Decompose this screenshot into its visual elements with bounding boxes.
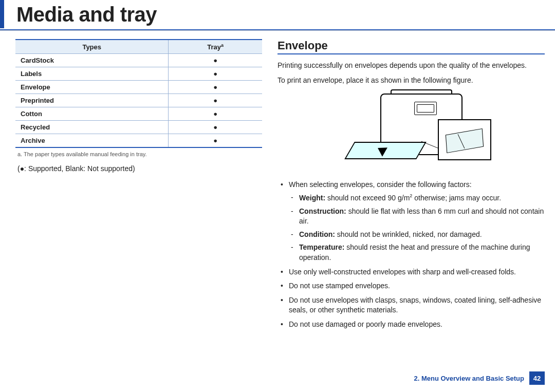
table-row: CardStock●: [15, 54, 262, 67]
title-underline: [0, 29, 555, 31]
table-row: Envelope●: [15, 81, 262, 94]
type-name: Archive: [15, 134, 169, 148]
table-row: Labels●: [15, 67, 262, 81]
table-row: Preprinted●: [15, 94, 262, 107]
type-name: Labels: [15, 67, 169, 81]
list-item: Do not use damaged or poorly made envelo…: [280, 320, 545, 330]
type-name: CardStock: [15, 54, 169, 67]
printer-control-panel-icon: [414, 102, 437, 115]
type-mark: ●: [169, 67, 262, 81]
envelope-orientation-inset: [438, 119, 491, 160]
paragraph: To print an envelope, place it as shown …: [278, 76, 545, 85]
type-mark: ●: [169, 54, 262, 67]
media-types-table: Types Traya CardStock● Labels● Envelope●…: [15, 39, 262, 148]
table-row: Cotton●: [15, 107, 262, 121]
right-column: Envelope Printing successfully on envelo…: [278, 39, 545, 334]
factor-label: Construction:: [299, 207, 346, 215]
list-item: Construction: should lie flat with less …: [291, 207, 545, 227]
chapter-label: 2. Menu Overview and Basic Setup: [414, 375, 524, 382]
left-column: Types Traya CardStock● Labels● Envelope●…: [15, 39, 262, 334]
factor-text: should not exceed 90 g/m: [325, 194, 410, 202]
page-footer: 2. Menu Overview and Basic Setup 42: [414, 371, 545, 385]
tray-header-text: Tray: [207, 43, 221, 51]
table-legend: (●: Supported, Blank: Not supported): [17, 164, 262, 173]
list-item: Temperature: should resist the heat and …: [291, 242, 545, 263]
factor-label: Temperature:: [299, 243, 344, 251]
table-header-types: Types: [15, 40, 169, 54]
list-text: When selecting envelopes, consider the f…: [289, 180, 472, 189]
factor-label: Condition:: [299, 230, 335, 238]
type-mark: ●: [169, 121, 262, 134]
section-heading-envelope: Envelope: [278, 39, 545, 54]
list-item: Use only well-constructed envelopes with…: [280, 267, 545, 277]
type-mark: ●: [169, 107, 262, 121]
envelope-guidelines-list: When selecting envelopes, consider the f…: [280, 180, 545, 330]
page-number: 42: [529, 371, 545, 385]
table-footnote: a. The paper types available manual feed…: [17, 151, 262, 157]
printer-envelope-figure: [329, 90, 493, 173]
list-item: Condition: should not be wrinkled, nicke…: [291, 230, 545, 240]
envelope-icon: [446, 128, 484, 153]
table-row: Archive●: [15, 134, 262, 148]
page-title: Media and tray: [0, 0, 555, 28]
tray-header-sup: a: [221, 43, 224, 48]
factor-text: should not be wrinkled, nicked, nor dama…: [335, 230, 482, 238]
type-mark: ●: [169, 134, 262, 148]
list-item: Do not use stamped envelopes.: [280, 281, 545, 291]
type-name: Cotton: [15, 107, 169, 121]
list-item: When selecting envelopes, consider the f…: [280, 180, 545, 263]
factor-text: otherwise; jams may occur.: [412, 194, 501, 202]
type-name: Envelope: [15, 81, 169, 94]
factor-label: Weight:: [299, 194, 325, 202]
type-name: Recycled: [15, 121, 169, 134]
list-item: Weight: should not exceed 90 g/m2 otherw…: [291, 193, 545, 203]
type-mark: ●: [169, 94, 262, 107]
table-row: Recycled●: [15, 121, 262, 134]
paragraph: Printing successfully on envelopes depen…: [278, 61, 545, 70]
factors-sublist: Weight: should not exceed 90 g/m2 otherw…: [291, 193, 545, 263]
type-mark: ●: [169, 81, 262, 94]
list-item: Do not use envelopes with clasps, snaps,…: [280, 295, 545, 315]
type-name: Preprinted: [15, 94, 169, 107]
table-header-tray: Traya: [169, 40, 262, 54]
